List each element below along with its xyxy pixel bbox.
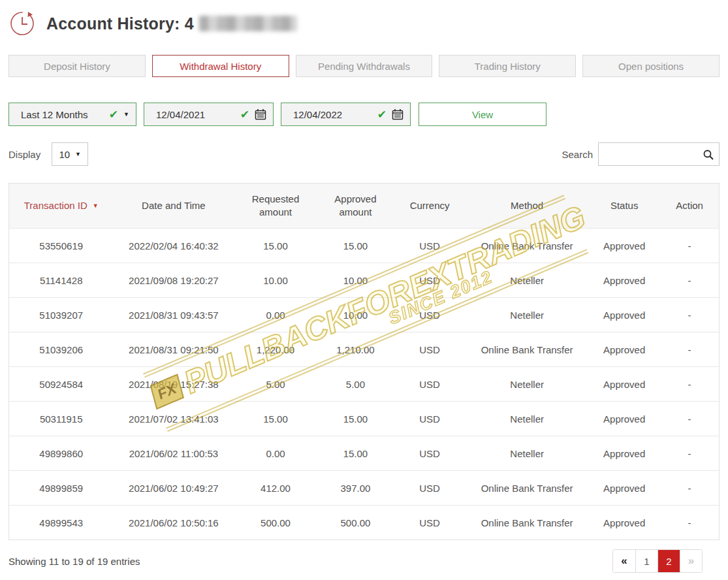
cell-action: - [660, 506, 719, 540]
cell-requested: 412.00 [234, 471, 317, 506]
column-header-action[interactable]: Action [660, 184, 719, 229]
check-icon: ✔ [240, 108, 249, 121]
cell-approved: 397.00 [317, 471, 394, 506]
cell-action: - [660, 229, 719, 263]
tab-open-positions[interactable]: Open positions [582, 55, 720, 77]
page-size-value: 10 [59, 149, 70, 160]
cell-id: 51039206 [9, 332, 114, 367]
tab-withdrawal-history[interactable]: Withdrawal History [152, 55, 289, 77]
cell-currency: USD [394, 506, 466, 540]
column-header-method[interactable]: Method [466, 184, 588, 229]
cell-method: Online Bank Transfer [466, 471, 588, 506]
column-header-status[interactable]: Status [588, 184, 660, 229]
account-history-page: Account History: 4 Deposit HistoryWithdr… [0, 0, 728, 580]
cell-datetime: 2021/06/02 10:49:27 [113, 471, 234, 506]
pagination: «12» [612, 549, 703, 573]
cell-id: 49899859 [9, 471, 114, 506]
cell-currency: USD [394, 298, 466, 332]
cell-action: - [660, 332, 719, 367]
calendar-icon[interactable] [392, 108, 404, 120]
sort-descending-icon: ▼ [93, 202, 99, 209]
check-icon: ✔ [377, 108, 387, 121]
cell-method: Online Bank Transfer [466, 332, 588, 367]
table-row: 498995432021/06/02 10:50:16500.00500.00U… [9, 506, 720, 540]
pagination-page-2[interactable]: 2 [657, 550, 680, 572]
cell-requested: 0.00 [234, 298, 317, 332]
calendar-icon[interactable] [255, 108, 266, 120]
search-icon [703, 149, 714, 161]
cell-currency: USD [394, 332, 466, 367]
cell-status: Approved [588, 229, 660, 263]
cell-currency: USD [394, 436, 466, 471]
cell-requested: 15.00 [234, 229, 317, 263]
cell-requested: 15.00 [234, 402, 317, 436]
cell-datetime: 2021/07/02 13:41:03 [113, 402, 234, 436]
table-controls: Display 10 ▼ Search [8, 142, 720, 166]
cell-id: 50311915 [9, 402, 114, 436]
page-header: Account History: 4 [8, 9, 720, 38]
cell-action: - [660, 471, 719, 506]
cell-datetime: 2022/02/04 16:40:32 [113, 229, 234, 263]
cell-currency: USD [394, 367, 466, 402]
cell-currency: USD [394, 263, 466, 298]
column-header-date-and-time[interactable]: Date and Time [113, 184, 234, 229]
cell-requested: 5.00 [234, 367, 317, 402]
pagination-next-button[interactable]: » [680, 550, 702, 572]
cell-method: Online Bank Transfer [466, 229, 588, 263]
cell-currency: USD [394, 402, 466, 436]
account-number-redacted [199, 16, 297, 31]
period-value: Last 12 Months [16, 109, 109, 120]
cell-datetime: 2021/08/31 09:43:57 [113, 298, 234, 332]
withdrawal-history-table: Transaction ID▼Date and TimeRequested am… [8, 183, 720, 540]
table-row: 503119152021/07/02 13:41:0315.0015.00USD… [9, 402, 720, 436]
table-row: 511414282021/09/08 19:20:2710.0010.00USD… [9, 263, 720, 298]
search-label: Search [562, 149, 593, 160]
history-clock-icon [8, 10, 36, 37]
cell-datetime: 2021/06/02 11:00:53 [113, 436, 234, 471]
cell-approved: 10.00 [317, 263, 394, 298]
cell-action: - [660, 298, 719, 332]
pagination-prev-button[interactable]: « [613, 550, 635, 572]
cell-status: Approved [588, 471, 660, 506]
cell-datetime: 2021/08/19 15:27:38 [113, 367, 234, 402]
cell-method: Neteller [466, 367, 588, 402]
cell-approved: 15.00 [317, 229, 394, 263]
cell-approved: 10.00 [317, 298, 394, 332]
cell-method: Online Bank Transfer [466, 506, 588, 540]
cell-action: - [660, 402, 719, 436]
tab-trading-history[interactable]: Trading History [439, 55, 576, 77]
view-button[interactable]: View [419, 103, 546, 126]
cell-status: Approved [588, 436, 660, 471]
cell-currency: USD [394, 229, 466, 263]
table-row: 510392062021/08/31 09:21:501,220.001,210… [9, 332, 720, 367]
date-from-input[interactable]: 12/04/2021 ✔ [144, 103, 274, 126]
search-input[interactable] [599, 143, 719, 165]
date-to-input[interactable]: 12/04/2022 ✔ [281, 103, 411, 126]
display-label: Display [8, 149, 40, 160]
cell-status: Approved [588, 332, 660, 367]
table-row: 509245842021/08/19 15:27:385.005.00USDNe… [9, 367, 720, 402]
column-header-requested-amount[interactable]: Requested amount [234, 184, 317, 229]
cell-currency: USD [394, 471, 466, 506]
cell-requested: 500.00 [234, 506, 317, 540]
period-select[interactable]: Last 12 Months ✔ ▼ [8, 103, 136, 126]
column-header-approved-amount[interactable]: Approved amount [317, 184, 394, 229]
cell-datetime: 2021/09/08 19:20:27 [113, 263, 234, 298]
tab-pending-withdrawals[interactable]: Pending Withdrawals [296, 55, 433, 77]
column-header-transaction-id[interactable]: Transaction ID▼ [9, 184, 114, 229]
date-from-value: 12/04/2021 [151, 109, 240, 120]
entries-summary: Showing 11 to 19 of 19 entries [8, 556, 140, 567]
tab-deposit-history[interactable]: Deposit History [8, 55, 146, 77]
cell-action: - [660, 367, 719, 402]
cell-requested: 10.00 [234, 263, 317, 298]
cell-approved: 5.00 [317, 367, 394, 402]
page-size-select[interactable]: 10 ▼ [52, 142, 88, 166]
cell-method: Neteller [466, 298, 588, 332]
table-row: 510392072021/08/31 09:43:570.0010.00USDN… [9, 298, 720, 332]
cell-action: - [660, 263, 719, 298]
history-tabs: Deposit HistoryWithdrawal HistoryPending… [8, 55, 720, 77]
cell-approved: 15.00 [317, 402, 394, 436]
pagination-page-1[interactable]: 1 [635, 550, 657, 572]
chevron-down-icon: ▼ [123, 111, 129, 118]
column-header-currency[interactable]: Currency [394, 184, 466, 229]
